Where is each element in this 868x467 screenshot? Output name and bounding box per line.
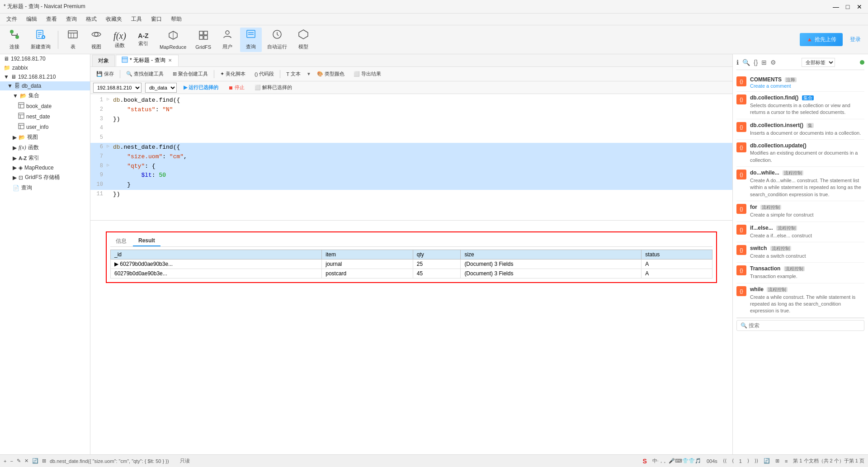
view-button[interactable]: 视图	[85, 28, 107, 52]
sidebar-item-collections[interactable]: ▼ 📂 集合	[0, 90, 90, 101]
query-button[interactable]: 查询	[240, 28, 262, 52]
sidebar-item-index[interactable]: ▶ A-Z 索引	[0, 153, 90, 163]
create-comment-link[interactable]: Create a comment	[750, 83, 864, 89]
snippet-find[interactable]: {} db.collection.find() 集合 Selects docum…	[736, 92, 864, 119]
sidebar-item-book-date[interactable]: book_date	[0, 101, 90, 111]
menu-favorites[interactable]: 收藏夹	[101, 14, 127, 25]
col-header-size: size	[461, 250, 642, 259]
text-dropdown[interactable]: ▼	[307, 71, 311, 76]
find-builder-button[interactable]: 🔍 查找创建工具	[123, 69, 167, 79]
snippet-switch[interactable]: {} switch 流程控制 Create a switch construct	[736, 242, 864, 263]
minimize-button[interactable]: —	[831, 2, 841, 12]
pagination-prev[interactable]: ⟨	[732, 458, 734, 464]
result-tab-result[interactable]: Result	[133, 236, 160, 246]
sidebar-item-views[interactable]: ▶ 📂 视图	[0, 132, 90, 142]
list-view-icon[interactable]: ≡	[785, 458, 788, 464]
sidebar-item-nest-date[interactable]: nest_date	[0, 111, 90, 122]
function-label: 函数	[115, 42, 125, 49]
code-icon[interactable]: {}	[754, 59, 758, 66]
upload-button[interactable]: 🔺 抢先上传	[800, 33, 843, 46]
close-button[interactable]: ✕	[854, 2, 864, 12]
info-icon[interactable]: ℹ	[736, 59, 739, 66]
cell-qty: 25	[413, 259, 461, 269]
menu-file[interactable]: 文件	[2, 14, 22, 25]
sidebar-item-ip2[interactable]: ▼ 🖥 192.168.81.210	[0, 72, 90, 81]
snippet-while[interactable]: {} while 流程控制 Create a while construct. …	[736, 283, 864, 318]
new-query-button[interactable]: 新建查询	[27, 28, 54, 52]
text-button[interactable]: T 文本	[283, 69, 304, 79]
pagination-next[interactable]: ⟩	[747, 458, 749, 464]
menu-edit[interactable]: 编辑	[22, 14, 42, 25]
mapreduce-button[interactable]: MapReduce	[156, 28, 190, 52]
save-button[interactable]: 💾 保存	[93, 69, 117, 79]
tab-query[interactable]: * 无标题 - 查询 ✕	[116, 55, 179, 66]
sidebar-item-mapreduce[interactable]: ▶ ◈ MapReduce	[0, 163, 90, 172]
menu-view[interactable]: 查看	[42, 14, 61, 25]
menu-help[interactable]: 帮助	[166, 14, 186, 25]
search-icon[interactable]: 🔍	[742, 59, 750, 66]
discard-icon[interactable]: ✕	[24, 458, 28, 464]
pagination-first[interactable]: ⟨⟨	[723, 458, 726, 464]
beautify-button[interactable]: ✦ 美化脚本	[217, 69, 249, 79]
model-button[interactable]: 模型	[292, 28, 314, 52]
grid-icon[interactable]: ⊞	[761, 59, 767, 66]
snippet-for[interactable]: {} for 流程控制 Create a simple for construc…	[736, 201, 864, 222]
explain-button[interactable]: ⬜ 解释已选择的	[251, 83, 295, 92]
snippet-dowhile[interactable]: {} do...while... 流程控制 Create A do...whil…	[736, 167, 864, 201]
menu-window[interactable]: 窗口	[146, 14, 166, 25]
db-icon: 🗄	[14, 83, 20, 89]
login-button[interactable]: 登录	[846, 34, 864, 45]
add-record-icon[interactable]: +	[4, 458, 6, 464]
sidebar-item-query[interactable]: 📄 查询	[0, 183, 90, 193]
delete-record-icon[interactable]: −	[10, 458, 13, 464]
code-snippet-button[interactable]: () 代码段	[251, 69, 277, 79]
table-button[interactable]: 表	[62, 28, 84, 52]
type-color-button[interactable]: 🎨 类型颜色	[314, 69, 348, 79]
sidebar-item-gridfs[interactable]: ▶ ⊡ GridFS 存储桶	[0, 172, 90, 183]
snippet-search-input[interactable]	[736, 320, 864, 331]
table-row[interactable]: 60279b0d0ae90b3e... postcard 45 (Documen…	[111, 269, 712, 278]
grid-view-icon[interactable]: ⊞	[42, 458, 46, 464]
maximize-button[interactable]: □	[843, 2, 853, 12]
tab-close-button[interactable]: ✕	[167, 58, 173, 63]
menu-format[interactable]: 格式	[81, 14, 101, 25]
sidebar-item-zabbix[interactable]: 📁 zabbix	[0, 63, 90, 72]
snippet-comments[interactable]: {} COMMENTS 注释 Create a comment	[736, 74, 864, 92]
svg-point-1	[15, 35, 19, 39]
grid-table-icon[interactable]: ⊞	[775, 458, 779, 464]
menu-tools[interactable]: 工具	[127, 14, 146, 25]
user-button[interactable]: 用户	[217, 28, 238, 52]
sidebar-item-dbdata[interactable]: ▼ 🗄 db_data	[0, 81, 90, 90]
pagination-refresh[interactable]: 🔄	[764, 458, 770, 464]
edit-record-icon[interactable]: ✎	[17, 458, 21, 464]
server-icon: 🖥	[4, 56, 9, 62]
snippet-title-dowhile: do...while... 流程控制	[750, 170, 864, 176]
snippet-insert[interactable]: {} db.collection.insert() 集 Inserts a do…	[736, 119, 864, 140]
index-button[interactable]: A-Z 索引	[132, 28, 154, 52]
snippet-ifelse[interactable]: {} if...else... 流程控制 Create a if...else.…	[736, 222, 864, 242]
stop-button[interactable]: ⏹ 停止	[225, 83, 248, 92]
database-selector[interactable]: db_data	[145, 83, 177, 93]
code-editor[interactable]: 1 ▷ db.book_date.find({ 2 "status": "N" …	[90, 94, 732, 221]
gridfs-button[interactable]: GridFS	[192, 28, 215, 52]
table-row[interactable]: ▶ 60279b0d0ae90b3e... journal 25 (Docume…	[111, 259, 712, 269]
menu-query[interactable]: 查询	[61, 14, 81, 25]
run-selected-button[interactable]: ▶ 运行已选择的	[180, 83, 222, 92]
gear-icon[interactable]: ⚙	[770, 59, 776, 66]
snippet-transaction[interactable]: {} Transaction 流程控制 Transaction example.	[736, 263, 864, 283]
refresh-icon[interactable]: 🔄	[32, 458, 38, 464]
aggregate-builder-button[interactable]: ⊞ 聚合创建工具	[170, 69, 211, 79]
export-button[interactable]: ⬜ 导出结果	[350, 69, 384, 79]
sidebar-item-ip1[interactable]: 🖥 192.168.81.70	[0, 54, 90, 63]
pagination-last[interactable]: ⟩⟩	[755, 458, 758, 464]
tab-object[interactable]: 对象	[92, 55, 115, 66]
snippet-update[interactable]: {} db.collection.update() Modifies an ex…	[736, 140, 864, 167]
auto-run-button[interactable]: 自动运行	[264, 28, 291, 52]
result-tab-info[interactable]: 信息	[110, 236, 132, 246]
function-button[interactable]: f(x) 函数	[109, 28, 131, 52]
sidebar-item-functions[interactable]: ▶ f(x) 函数	[0, 142, 90, 153]
connect-button[interactable]: 连接	[4, 28, 25, 52]
tag-filter-select[interactable]: 全部标签	[802, 58, 835, 67]
connection-selector[interactable]: 192.168.81.210	[93, 83, 142, 93]
sidebar-item-user-info[interactable]: user_info	[0, 122, 90, 132]
